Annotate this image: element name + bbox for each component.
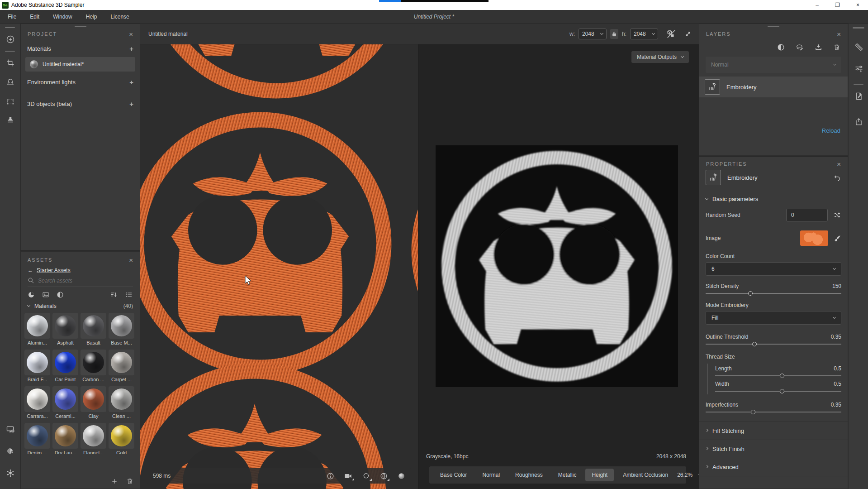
trash-icon[interactable] <box>126 478 133 485</box>
image-thumbnail[interactable] <box>800 230 828 246</box>
menu-license[interactable]: License <box>104 10 136 24</box>
adjustment-layer-icon[interactable] <box>777 43 785 51</box>
channel-height[interactable]: Height <box>585 469 614 481</box>
perspective-tool-button[interactable] <box>0 74 20 90</box>
shuffle-icon[interactable] <box>833 211 841 219</box>
asset-material[interactable]: Denim ... <box>24 423 50 454</box>
thread-width-slider[interactable] <box>715 388 841 394</box>
search-box[interactable] <box>28 277 133 287</box>
basic-parameters-section[interactable]: Basic parameters <box>699 190 848 205</box>
fill-stitching-section[interactable]: Fill Stitching <box>699 422 848 440</box>
crop-tool-button[interactable] <box>0 55 20 71</box>
asset-material[interactable]: Carpet ... <box>109 350 134 382</box>
random-seed-input[interactable]: 0 <box>786 209 828 221</box>
asset-material[interactable]: Flannel... <box>81 423 106 454</box>
advanced-section[interactable]: Advanced <box>699 458 848 476</box>
undo-icon[interactable] <box>833 174 841 181</box>
close-icon[interactable]: × <box>837 161 841 168</box>
plugins-button[interactable] <box>0 465 20 481</box>
asset-material[interactable]: Alumin... <box>24 313 50 345</box>
viewport-2d[interactable]: Material Outputs <box>418 44 699 489</box>
channel-normal[interactable]: Normal <box>476 469 506 481</box>
selection-tool-button[interactable] <box>0 94 20 110</box>
add-object-button[interactable]: + <box>129 100 133 108</box>
info-icon[interactable] <box>327 472 334 480</box>
reload-link[interactable]: Reload <box>822 127 840 134</box>
menu-window[interactable]: Window <box>46 10 79 24</box>
material-outputs-dropdown[interactable]: Material Outputs <box>631 51 689 63</box>
asset-material[interactable]: Dry Lau... <box>52 423 78 454</box>
mode-embroidery-dropdown[interactable]: Fill <box>706 311 841 325</box>
imperfections-slider[interactable] <box>706 409 841 415</box>
back-arrow-icon[interactable]: ← <box>28 267 33 273</box>
thread-length-slider[interactable] <box>715 373 841 379</box>
menu-help[interactable]: Help <box>79 10 104 24</box>
material-tab[interactable]: Untitled material <box>140 31 188 37</box>
export-button[interactable] <box>849 114 868 129</box>
materials-section[interactable]: Materials + <box>21 41 140 56</box>
channel-roughness[interactable]: Roughness <box>509 469 549 481</box>
close-icon[interactable]: × <box>129 257 133 264</box>
viewport-3d[interactable]: 598 ms <box>140 44 418 489</box>
brush-icon[interactable] <box>834 235 841 242</box>
height-select[interactable]: 2048 <box>630 29 658 39</box>
color-count-dropdown[interactable]: 6 <box>706 262 841 276</box>
asset-material[interactable]: Asphalt <box>52 313 78 345</box>
delete-layer-icon[interactable] <box>833 43 840 51</box>
material-item-untitled[interactable]: Untitled material* <box>25 57 135 72</box>
menu-file[interactable]: File <box>1 10 23 24</box>
environment-lights-section[interactable]: Environment lights + <box>21 74 140 90</box>
zoom-control[interactable]: 26.2% <box>677 472 699 478</box>
asset-material[interactable]: Braid F... <box>24 350 50 382</box>
outline-threshold-slider[interactable] <box>706 341 841 347</box>
rail-handle[interactable] <box>853 27 864 29</box>
starter-assets-link[interactable]: Starter Assets <box>37 267 71 273</box>
objects-section[interactable]: 3D objects (beta) + <box>21 96 140 111</box>
add-asset-icon[interactable] <box>111 478 118 485</box>
environment-icon[interactable] <box>362 472 370 480</box>
import-layer-icon[interactable] <box>815 43 822 51</box>
edit-document-button[interactable] <box>849 88 868 104</box>
add-material-button[interactable]: + <box>129 45 133 53</box>
stitch-finish-section[interactable]: Stitch Finish <box>699 440 848 458</box>
menu-edit[interactable]: Edit <box>23 10 46 24</box>
physical-size-icon[interactable] <box>666 29 676 39</box>
restore-button[interactable]: ❐ <box>827 0 848 10</box>
materials-group-header[interactable]: Materials (40) <box>21 298 140 311</box>
display-settings-button[interactable] <box>0 422 20 437</box>
filter-material-icon[interactable] <box>28 291 35 298</box>
layer-embroidery[interactable]: Embroidery <box>699 77 848 97</box>
globe-icon[interactable] <box>380 472 388 480</box>
expand-icon[interactable] <box>684 30 692 38</box>
asset-material[interactable]: Carrara... <box>24 386 50 419</box>
asset-material[interactable]: Gold <box>109 423 134 454</box>
close-icon[interactable]: × <box>837 31 841 38</box>
asset-material[interactable]: Clean ... <box>109 386 134 419</box>
asset-material[interactable]: Car Paint <box>52 350 78 382</box>
rail-handle[interactable] <box>5 27 15 28</box>
asset-material[interactable]: Basalt <box>81 313 106 345</box>
measurements-button[interactable] <box>849 39 868 55</box>
add-filter-icon[interactable] <box>796 43 804 51</box>
aspect-lock-icon[interactable] <box>610 29 618 39</box>
asset-material[interactable]: Base M... <box>109 313 134 345</box>
material-sphere-icon[interactable] <box>398 472 405 480</box>
close-icon[interactable]: × <box>129 31 133 38</box>
filter-image-icon[interactable] <box>42 291 50 298</box>
list-view-icon[interactable] <box>125 291 133 298</box>
viewer-settings-button[interactable] <box>0 444 20 459</box>
search-input[interactable] <box>38 278 115 284</box>
asset-material[interactable]: Clay <box>81 386 106 419</box>
camera-icon[interactable] <box>344 473 352 479</box>
filter-light-icon[interactable] <box>57 291 64 298</box>
close-button[interactable]: × <box>848 0 868 10</box>
width-select[interactable]: 2048 <box>579 29 607 39</box>
add-environment-light-button[interactable]: + <box>129 78 133 86</box>
channel-metallic[interactable]: Metallic <box>552 469 583 481</box>
channel-base-color[interactable]: Base Color <box>434 469 473 481</box>
add-asset-button[interactable] <box>0 32 20 47</box>
minimize-button[interactable]: – <box>807 0 827 10</box>
clone-stamp-tool-button[interactable] <box>0 112 20 128</box>
sort-icon[interactable] <box>110 291 118 298</box>
channel-ambient-occlusion[interactable]: Ambient Occlusion <box>617 469 674 481</box>
